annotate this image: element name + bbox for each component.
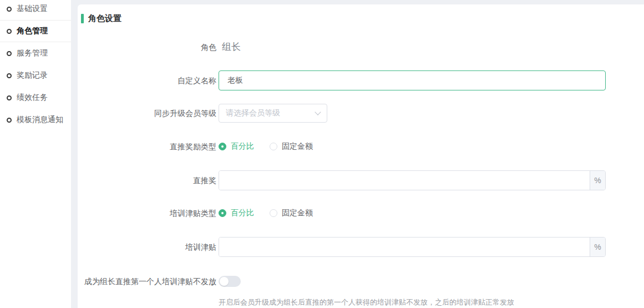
radio-circle-icon [7,29,12,34]
sidebar-item-label: 基础设置 [17,4,48,14]
role-row: 角色 组长 [78,37,644,57]
role-label: 角色 [78,37,216,57]
radio-unselected-icon [270,209,277,217]
first-person-toggle-row: 成为组长直推第一个人培训津贴不发放 [78,276,644,287]
section-title: 角色设置 [88,13,121,24]
direct-reward-type-row: 直推奖励类型 百分比 固定金额 [78,137,644,156]
sidebar-item-reward-records[interactable]: 奖励记录 [0,64,71,87]
radio-circle-icon [7,118,12,123]
radio-label: 百分比 [231,208,254,218]
training-allowance-input-group: % [219,237,606,257]
radio-label: 固定金额 [282,142,313,152]
radio-fixed-amount[interactable]: 固定金额 [270,142,313,152]
radio-unselected-icon [270,143,277,150]
custom-name-row: 自定义名称 [78,70,644,90]
direct-reward-type-radio-group: 百分比 固定金额 [219,137,328,156]
radio-circle-icon [7,95,12,100]
training-allowance-type-radio-group: 百分比 固定金额 [219,203,328,223]
radio-label: 百分比 [231,142,254,152]
help-text-row: 开启后会员升级成为组长后直推的第一个人获得的培训津贴不发放，之后的培训津贴正常发… [78,297,644,307]
custom-name-input[interactable] [219,70,606,90]
percent-suffix: % [590,238,605,256]
sync-level-label: 同步升级会员等级 [78,104,216,123]
radio-selected-icon [219,209,226,217]
radio-fixed-amount[interactable]: 固定金额 [270,208,313,218]
sidebar-item-label: 奖励记录 [17,70,48,80]
direct-reward-label: 直推奖 [78,170,216,190]
chevron-down-icon [315,109,321,115]
role-value: 组长 [222,37,241,57]
sidebar-item-label: 角色管理 [17,26,48,36]
radio-circle-icon [7,73,12,78]
radio-circle-icon [7,7,12,12]
radio-label: 固定金额 [282,208,313,218]
sidebar-item-label: 服务管理 [17,48,48,58]
sidebar: 基础设置 角色管理 服务管理 奖励记录 绩效任务 模板消息通知 [0,0,71,308]
toggle-help-text: 开启后会员升级成为组长后直推的第一个人获得的培训津贴不发放，之后的培训津贴正常发… [219,297,514,307]
toggle-knob-icon [220,277,229,286]
sidebar-item-service-management[interactable]: 服务管理 [0,42,71,64]
sidebar-item-template-message-notice[interactable]: 模板消息通知 [0,109,71,131]
first-person-toggle-switch[interactable] [219,276,241,287]
training-allowance-label: 培训津贴 [78,237,216,257]
sidebar-item-label: 绩效任务 [17,93,48,103]
radio-circle-icon [7,51,12,56]
training-allowance-row: 培训津贴 % [78,237,644,257]
sidebar-menu: 基础设置 角色管理 服务管理 奖励记录 绩效任务 模板消息通知 [0,0,71,131]
sidebar-item-label: 模板消息通知 [17,115,63,125]
select-placeholder: 请选择会员等级 [226,108,280,118]
role-settings-panel: 角色设置 角色 组长 自定义名称 同步升级会员等级 请选择会员等级 直推奖励类型… [78,4,644,308]
direct-reward-row: 直推奖 % [78,170,644,190]
radio-percentage[interactable]: 百分比 [219,208,254,218]
direct-reward-input[interactable] [219,171,590,190]
custom-name-label: 自定义名称 [78,70,216,90]
percent-suffix: % [590,171,605,190]
sync-level-row: 同步升级会员等级 请选择会员等级 [78,104,644,123]
direct-reward-type-label: 直推奖励类型 [78,137,216,156]
training-allowance-type-label: 培训津贴类型 [78,203,216,223]
section-accent-bar-icon [81,14,84,23]
radio-selected-icon [219,143,226,150]
sidebar-item-role-management[interactable]: 角色管理 [0,20,71,42]
direct-reward-input-group: % [219,170,606,190]
section-header: 角色设置 [81,13,121,24]
radio-percentage[interactable]: 百分比 [219,142,254,152]
first-person-toggle-label: 成为组长直推第一个人培训津贴不发放 [78,276,216,287]
training-allowance-input[interactable] [219,238,590,256]
sidebar-item-performance-tasks[interactable]: 绩效任务 [0,87,71,109]
sidebar-item-basic-settings[interactable]: 基础设置 [0,0,71,20]
member-level-select[interactable]: 请选择会员等级 [219,104,327,123]
training-allowance-type-row: 培训津贴类型 百分比 固定金额 [78,203,644,223]
